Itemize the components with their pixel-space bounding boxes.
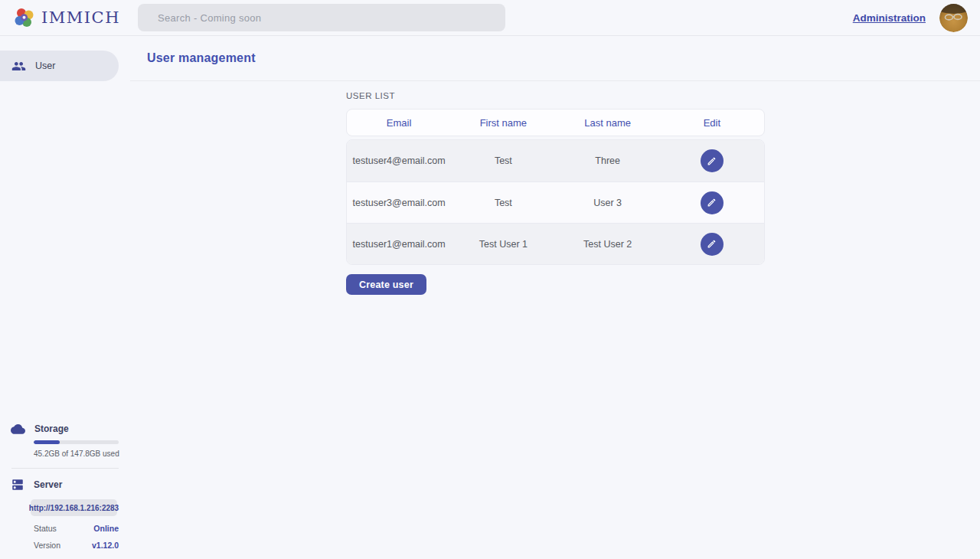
users-icon	[11, 59, 26, 74]
cell-email: testuser1@email.com	[347, 239, 451, 250]
table-header-row: Email First name Last name Edit	[346, 109, 765, 136]
sidebar-item-user[interactable]: User	[0, 51, 119, 81]
column-header-first-name: First name	[451, 117, 555, 129]
pencil-icon	[707, 156, 717, 166]
column-header-last-name: Last name	[556, 117, 660, 129]
cell-first-name: Test User 1	[451, 239, 555, 250]
edit-user-button[interactable]	[701, 191, 724, 214]
pencil-icon	[707, 239, 717, 249]
main-area: User management USER LIST Email First na…	[130, 36, 980, 559]
cell-last-name: User 3	[556, 198, 660, 208]
status-value: Online	[93, 524, 119, 533]
storage-title: Storage	[34, 423, 69, 434]
cell-first-name: Test	[451, 198, 555, 208]
edit-user-button[interactable]	[701, 149, 724, 172]
server-icon	[11, 478, 24, 492]
table-row: testuser1@email.com Test User 1 Test Use…	[347, 223, 764, 264]
column-header-email: Email	[347, 117, 451, 129]
storage-progress-fill	[34, 440, 60, 444]
status-label: Status	[34, 524, 57, 533]
top-bar: IMMICH Administration	[0, 0, 980, 36]
cell-first-name: Test	[451, 155, 555, 166]
page-title: User management	[147, 51, 256, 65]
user-avatar[interactable]	[939, 4, 968, 32]
version-value: v1.12.0	[92, 541, 119, 550]
topbar-right: Administration	[853, 0, 968, 36]
user-list-section: USER LIST Email First name Last name Edi…	[346, 81, 765, 295]
create-user-button[interactable]: Create user	[346, 274, 426, 295]
storage-usage-text: 45.2GB of 147.8GB used	[34, 449, 130, 458]
sidebar: User Storage 45.2GB of 147.8GB used Serv…	[0, 36, 130, 559]
storage-progress-bar	[34, 440, 119, 444]
page-header: User management	[130, 36, 980, 81]
pencil-icon	[707, 198, 717, 208]
server-url-text: http://192.168.1.216:2283	[29, 504, 119, 512]
cell-email: testuser4@email.com	[347, 155, 451, 166]
server-title: Server	[34, 479, 62, 490]
sidebar-divider	[11, 468, 119, 469]
cell-last-name: Test User 2	[556, 239, 660, 250]
server-status-row: Status Online	[34, 524, 119, 533]
table-body: testuser4@email.com Test Three testuser3…	[346, 139, 765, 265]
cell-email: testuser3@email.com	[347, 198, 451, 208]
cell-last-name: Three	[556, 155, 660, 166]
server-url-chip: http://192.168.1.216:2283	[31, 499, 117, 516]
edit-user-button[interactable]	[701, 233, 724, 256]
table-row: testuser3@email.com Test User 3	[347, 181, 764, 223]
sidebar-status-panel: Storage 45.2GB of 147.8GB used Server ht…	[0, 423, 130, 550]
immich-logo[interactable]: IMMICH	[0, 7, 120, 28]
administration-link[interactable]: Administration	[853, 12, 926, 24]
sidebar-item-label: User	[35, 60, 55, 71]
table-row: testuser4@email.com Test Three	[347, 140, 764, 181]
cloud-icon	[11, 423, 25, 434]
immich-flower-icon	[14, 7, 35, 28]
version-label: Version	[34, 541, 60, 550]
column-header-edit: Edit	[660, 117, 764, 129]
logo-text: IMMICH	[41, 8, 120, 27]
search-input[interactable]	[138, 4, 505, 31]
server-version-row: Version v1.12.0	[34, 541, 119, 550]
section-label: USER LIST	[346, 91, 765, 100]
